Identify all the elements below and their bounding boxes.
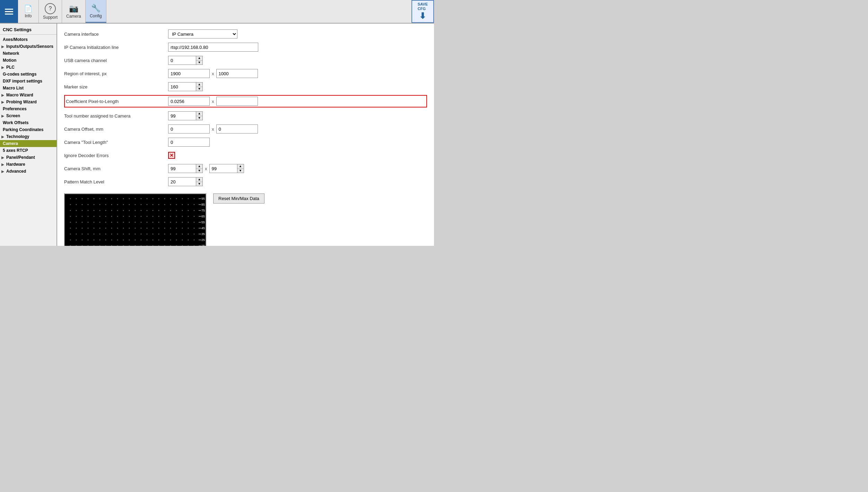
- input-pattern-match[interactable]: [168, 177, 196, 186]
- sidebar-item-advanced[interactable]: ▶ Advanced: [0, 168, 57, 175]
- sidebar-item-hardware[interactable]: ▶ Hardware: [0, 161, 57, 168]
- label-usb-channel: USB camera channel: [64, 58, 168, 63]
- sidebar-item-axes-motors[interactable]: Axes/Motors: [0, 36, 57, 43]
- svg-point-192: [164, 240, 165, 241]
- select-camera-interface[interactable]: IP Camera USB Camera: [168, 29, 237, 38]
- sidebar-item-panel[interactable]: ▶ Panel/Pendant: [0, 154, 57, 161]
- x-separator-shift: x: [205, 166, 207, 171]
- svg-point-191: [158, 240, 159, 241]
- input-coefficient-y[interactable]: [216, 97, 258, 106]
- sidebar-item-parking[interactable]: Parking Coordinates: [0, 126, 57, 133]
- svg-point-78: [141, 210, 142, 211]
- label-region-interest: Region of interest, px: [64, 71, 168, 76]
- svg-point-101: [147, 216, 148, 217]
- svg-point-163: [123, 234, 124, 235]
- svg-point-141: [123, 228, 124, 229]
- hamburger-menu[interactable]: [0, 0, 18, 23]
- spinner-up-marker[interactable]: ▲: [196, 83, 202, 87]
- spinner-down-usb[interactable]: ▼: [196, 60, 202, 65]
- sidebar-item-gcodes[interactable]: G-codes settings: [0, 71, 57, 78]
- sidebar-item-network[interactable]: Network: [0, 50, 57, 57]
- svg-point-186: [129, 240, 130, 241]
- sidebar-item-probing-wizard-label: Probing Wizard: [6, 100, 37, 104]
- svg-point-128: [176, 222, 177, 223]
- input-marker-size[interactable]: [168, 82, 196, 91]
- sidebar-item-advanced-label: Advanced: [6, 169, 26, 174]
- row-camera-offset: Camera Offset, mm x: [64, 124, 427, 134]
- sidebar-item-technology[interactable]: ▶ Technology: [0, 133, 57, 140]
- input-ip-camera-init[interactable]: [168, 43, 258, 52]
- input-roi-x[interactable]: [168, 69, 210, 78]
- tab-support[interactable]: ? Support: [39, 0, 62, 23]
- spinner-btns-pattern: ▲ ▼: [196, 177, 203, 186]
- input-camera-offset-x[interactable]: [168, 124, 210, 133]
- svg-point-98: [129, 216, 130, 217]
- svg-point-177: [76, 240, 77, 241]
- sidebar-item-probing-wizard[interactable]: ▶ Probing Wizard: [0, 98, 57, 105]
- svg-point-164: [129, 234, 130, 235]
- input-roi-y[interactable]: [216, 69, 258, 78]
- spinner-up-shift-x[interactable]: ▲: [196, 164, 202, 169]
- input-coefficient-x[interactable]: [168, 97, 210, 106]
- svg-point-45: [76, 204, 77, 205]
- spinner-down-pattern[interactable]: ▼: [196, 182, 202, 186]
- svg-point-44: [70, 204, 71, 205]
- svg-point-80: [153, 210, 154, 211]
- tab-config[interactable]: 🔧 Config: [86, 0, 106, 23]
- reset-minmax-button[interactable]: Reset Min/Max Data: [213, 193, 264, 204]
- sidebar-item-plc[interactable]: ▶ PLC: [0, 64, 57, 71]
- sidebar-item-motion[interactable]: Motion: [0, 57, 57, 64]
- svg-point-30: [117, 198, 118, 199]
- svg-point-173: [182, 234, 183, 235]
- input-tool-number[interactable]: [168, 111, 196, 120]
- spinner-down-marker[interactable]: ▼: [196, 87, 202, 91]
- checkbox-ignore-decoder[interactable]: ✕: [168, 152, 175, 159]
- input-camera-offset-y[interactable]: [216, 124, 258, 133]
- sidebar-item-dxf[interactable]: DXF import settings: [0, 78, 57, 85]
- svg-point-139: [111, 228, 112, 229]
- spinner-up-tool[interactable]: ▲: [196, 112, 202, 116]
- spinner-up-shift-y[interactable]: ▲: [237, 164, 244, 169]
- spinner-down-tool[interactable]: ▼: [196, 116, 202, 120]
- sidebar-item-5axes[interactable]: 5 axes RTCP: [0, 147, 57, 154]
- sidebar-item-macro-list[interactable]: Macro List: [0, 85, 57, 92]
- spinner-down-shift-y[interactable]: ▼: [237, 169, 244, 173]
- sidebar-item-inputs-outputs[interactable]: ▶ Inputs/Outputs/Sensors: [0, 43, 57, 50]
- input-camera-shift-y[interactable]: [209, 164, 237, 173]
- svg-point-175: [194, 234, 195, 235]
- input-usb-channel[interactable]: [168, 56, 196, 65]
- svg-point-130: [188, 222, 189, 223]
- input-camera-tool-length[interactable]: [168, 138, 210, 147]
- svg-point-115: [99, 222, 101, 223]
- svg-point-31: [123, 198, 124, 199]
- sidebar-item-macro-wizard[interactable]: ▶ Macro Wizard: [0, 92, 57, 98]
- svg-point-183: [111, 240, 112, 241]
- sidebar-item-camera-label: Camera: [3, 141, 18, 146]
- sidebar-title: CNC Settings: [0, 26, 57, 35]
- save-cfg-button[interactable]: SAVECFG ⬇: [411, 0, 434, 23]
- spinner-up-usb[interactable]: ▲: [196, 56, 202, 60]
- spinner-up-pattern[interactable]: ▲: [196, 178, 202, 182]
- svg-point-73: [111, 210, 112, 211]
- svg-point-132: [70, 228, 71, 229]
- svg-point-157: [88, 234, 89, 235]
- svg-point-120: [129, 222, 130, 223]
- sidebar-item-preferences[interactable]: Preferences: [0, 105, 57, 112]
- tab-info[interactable]: 📄 Info: [18, 0, 39, 23]
- svg-rect-0: [64, 193, 206, 246]
- label-coefficient: Coefficient Pixel-to-Length: [66, 99, 168, 104]
- config-icon: 🔧: [91, 4, 101, 13]
- sidebar-item-work-offsets[interactable]: Work Offsets: [0, 119, 57, 126]
- sidebar-item-screen[interactable]: ▶ Screen: [0, 112, 57, 119]
- svg-point-70: [94, 210, 95, 211]
- sidebar-item-camera[interactable]: Camera: [0, 140, 57, 147]
- svg-point-86: [188, 210, 189, 211]
- tab-camera[interactable]: 📷 Camera: [62, 0, 86, 23]
- spinner-down-shift-x[interactable]: ▼: [196, 169, 202, 173]
- svg-point-196: [188, 240, 189, 241]
- input-camera-shift-x[interactable]: [168, 164, 196, 173]
- svg-point-125: [158, 222, 159, 223]
- svg-point-137: [99, 228, 101, 229]
- row-region-interest: Region of interest, px x: [64, 69, 427, 78]
- svg-point-103: [158, 216, 159, 217]
